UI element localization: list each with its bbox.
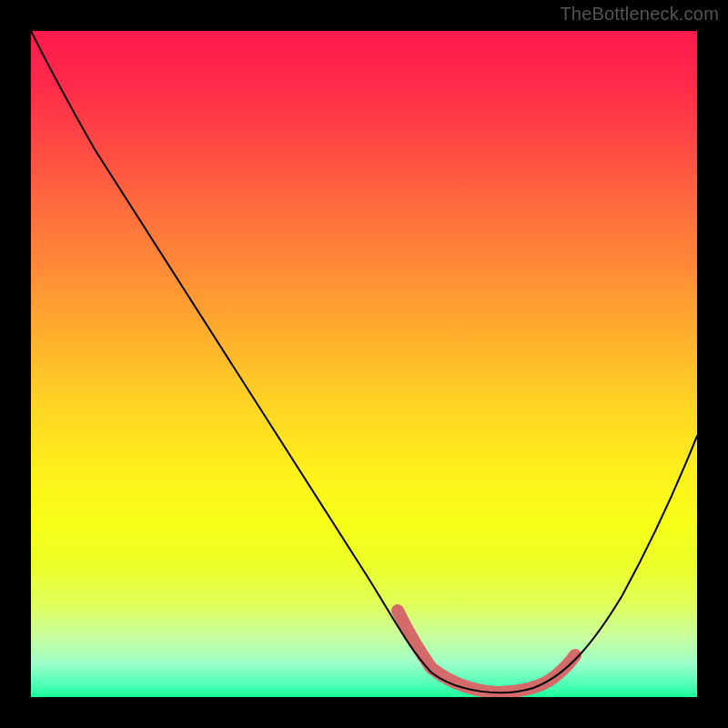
curve-layer: [31, 31, 697, 697]
chart-stage: TheBottleneck.com: [0, 0, 728, 728]
watermark-text: TheBottleneck.com: [560, 4, 719, 25]
bottleneck-curve: [31, 31, 697, 693]
plot-area: [31, 31, 697, 697]
